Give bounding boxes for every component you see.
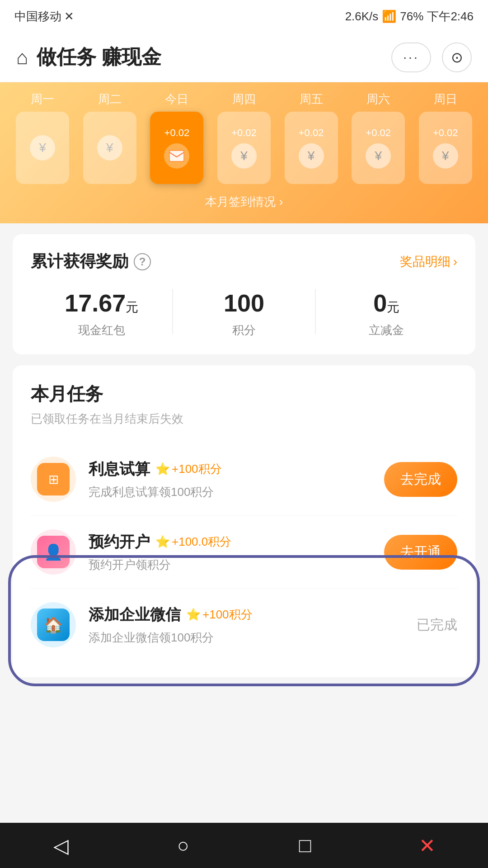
rewards-grid: 17.67元现金红包100积分0元立减金 [31, 289, 457, 338]
day-icon: ¥ [299, 143, 324, 169]
day-icon: ¥ [366, 143, 391, 169]
day-icon: ¥ [30, 135, 55, 160]
day-label: 周一 [31, 91, 54, 107]
rewards-detail-text: 奖品明细 [400, 253, 450, 270]
help-icon[interactable]: ? [134, 253, 151, 270]
day-card[interactable]: +0.02¥ [352, 112, 405, 184]
day-amount: +0.02 [433, 127, 458, 139]
task-badge: ⭐+100.0积分 [155, 534, 231, 550]
task-name-row: 添加企业微信⭐+100积分 [89, 604, 404, 625]
carrier-icon: ✕ [64, 9, 74, 24]
task-item-account: 👤预约开户⭐+100.0积分预约开户领积分去开通 [31, 516, 457, 589]
day-icon: ¥ [433, 143, 458, 169]
reward-value: 17.67元 [65, 289, 138, 317]
day-icon [164, 143, 189, 169]
task-complete-button[interactable]: 去开通 [384, 535, 457, 570]
task-desc: 完成利息试算领100积分 [89, 484, 371, 500]
page-title: 做任务 赚现金 [37, 44, 161, 71]
more-button[interactable]: ··· [391, 42, 431, 72]
day-amount: +0.02 [231, 127, 257, 139]
record-icon: ⊙ [451, 49, 463, 66]
task-icon: ⊞ [37, 463, 70, 495]
task-icon: 🏠 [37, 609, 70, 641]
month-checkin[interactable]: 本月签到情况 › [0, 194, 488, 210]
reward-value: 100 [224, 289, 264, 317]
record-button[interactable]: ⊙ [442, 42, 472, 72]
reward-label: 立减金 [369, 322, 404, 338]
calendar-day-周一[interactable]: 周一¥ [9, 91, 76, 184]
header-right: ··· ⊙ [391, 42, 472, 72]
task-icon-wrap: 👤 [31, 529, 76, 575]
day-card[interactable]: +0.02¥ [217, 112, 271, 184]
day-card[interactable]: ¥ [16, 112, 69, 184]
day-card[interactable]: +0.02¥ [285, 112, 338, 184]
calendar-day-今日[interactable]: 今日+0.02 [143, 91, 211, 184]
calendar-day-周五[interactable]: 周五+0.02¥ [277, 91, 345, 184]
tasks-section: 本月任务 已领取任务在当月结束后失效 ⊞利息试算⭐+100积分完成利息试算领10… [13, 365, 475, 677]
day-icon: ¥ [231, 143, 257, 169]
task-name: 添加企业微信 [89, 604, 181, 625]
rewards-header: 累计获得奖励 ? 奖品明细 › [31, 250, 457, 273]
time-text: 下午2:46 [427, 9, 474, 24]
task-icon: 👤 [37, 536, 70, 568]
carrier-text: 中国移动 [14, 9, 61, 24]
task-item-interest: ⊞利息试算⭐+100积分完成利息试算领100积分去完成 [31, 443, 457, 516]
day-label: 周二 [98, 91, 122, 107]
task-icon-wrap: 🏠 [31, 602, 76, 647]
reward-label: 积分 [232, 322, 256, 338]
battery-text: 76% [400, 9, 423, 24]
task-info: 添加企业微信⭐+100积分添加企业微信领100积分 [89, 604, 404, 646]
task-done-label: 已完成 [417, 609, 457, 640]
day-label: 今日 [165, 91, 188, 107]
task-name: 预约开户 [89, 532, 150, 552]
day-amount: +0.02 [164, 127, 190, 139]
task-name-row: 利息试算⭐+100积分 [89, 459, 371, 480]
rewards-detail-link[interactable]: 奖品明细 › [400, 253, 457, 270]
task-badge: ⭐+100积分 [155, 461, 222, 477]
chevron-right-icon: › [279, 195, 283, 209]
day-label: 周五 [300, 91, 323, 107]
calendar-day-周二[interactable]: 周二¥ [76, 91, 144, 184]
day-card[interactable]: +0.02¥ [419, 112, 472, 184]
task-name-row: 预约开户⭐+100.0积分 [89, 532, 371, 552]
status-right: 2.6K/s 📶 76% 下午2:46 [345, 9, 474, 24]
day-card[interactable]: ¥ [83, 112, 136, 184]
reward-item-1: 100积分 [173, 289, 314, 338]
reward-label: 现金红包 [78, 322, 125, 338]
day-label: 周四 [232, 91, 256, 107]
month-checkin-label: 本月签到情况 [205, 194, 276, 210]
rewards-title-text: 累计获得奖励 [31, 250, 128, 273]
day-amount: +0.02 [366, 127, 391, 139]
status-carrier: 中国移动 ✕ [14, 9, 74, 24]
header: ⌂ 做任务 赚现金 ··· ⊙ [0, 33, 488, 82]
back-button[interactable]: ◁ [43, 834, 79, 857]
task-complete-button[interactable]: 去完成 [384, 462, 457, 497]
day-amount: +0.02 [299, 127, 324, 139]
tasks-list: ⊞利息试算⭐+100积分完成利息试算领100积分去完成👤预约开户⭐+100.0积… [31, 443, 457, 661]
task-info: 预约开户⭐+100.0积分预约开户领积分 [89, 532, 371, 573]
calendar-day-周六[interactable]: 周六+0.02¥ [345, 91, 412, 184]
home-icon[interactable]: ⌂ [16, 46, 28, 69]
bottom-nav: ◁ ○ □ ✕ [0, 823, 488, 868]
svg-rect-0 [169, 151, 184, 161]
calendar-day-周日[interactable]: 周日+0.02¥ [412, 91, 479, 184]
calendar-section: 周一¥周二¥今日+0.02 周四+0.02¥周五+0.02¥周六+0.02¥周日… [0, 82, 488, 223]
day-icon: ¥ [97, 135, 122, 160]
close-button[interactable]: ✕ [409, 834, 445, 857]
task-action[interactable]: 去开通 [384, 535, 457, 570]
status-bar: 中国移动 ✕ 2.6K/s 📶 76% 下午2:46 [0, 0, 488, 33]
reward-item-0: 17.67元现金红包 [31, 289, 172, 338]
header-left: ⌂ 做任务 赚现金 [16, 44, 161, 71]
task-name: 利息试算 [89, 459, 150, 480]
task-action[interactable]: 去完成 [384, 462, 457, 497]
calendar-days: 周一¥周二¥今日+0.02 周四+0.02¥周五+0.02¥周六+0.02¥周日… [0, 91, 488, 191]
calendar-day-周四[interactable]: 周四+0.02¥ [211, 91, 278, 184]
day-card[interactable]: +0.02 [150, 112, 203, 184]
task-info: 利息试算⭐+100积分完成利息试算领100积分 [89, 459, 371, 500]
tasks-title: 本月任务 [31, 382, 457, 406]
task-desc: 预约开户领积分 [89, 557, 371, 573]
recent-button[interactable]: □ [287, 834, 323, 857]
reward-value: 0元 [373, 289, 399, 317]
task-action: 已完成 [417, 616, 457, 634]
home-button[interactable]: ○ [165, 834, 201, 857]
